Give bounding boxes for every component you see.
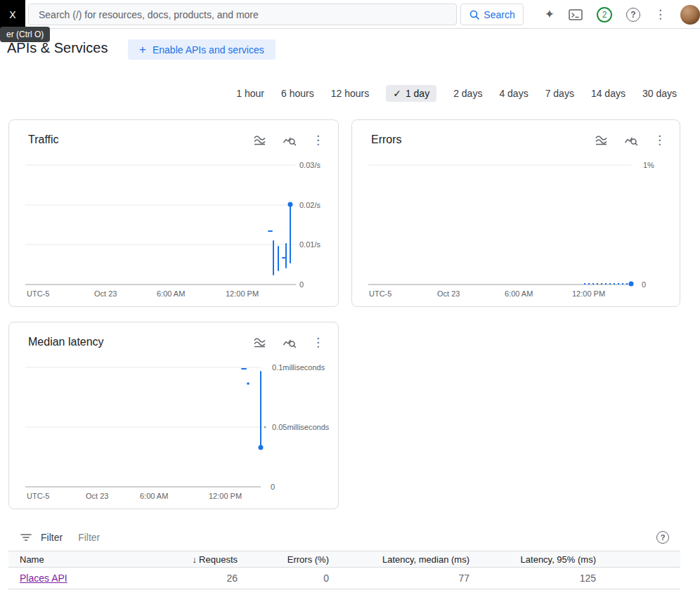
latency-95-value: 125 xyxy=(475,573,602,584)
time-range-selector: 1 hour 6 hours 12 hours ✓ 1 day 2 days 4… xyxy=(236,85,677,102)
plus-icon: + xyxy=(139,43,146,57)
filter-bar: Filter ? xyxy=(8,524,680,551)
errors-chart xyxy=(352,120,680,306)
search-button-label: Search xyxy=(484,9,514,20)
x-axis-label: Oct 23 xyxy=(437,289,460,298)
median-latency-card: Median latency ⋮ 0.1millis xyxy=(8,322,339,509)
requests-value: 26 xyxy=(159,573,243,584)
time-range-2-days[interactable]: 2 days xyxy=(453,88,482,99)
y-axis-label: 0.03/s xyxy=(299,161,320,169)
traffic-chart xyxy=(9,120,338,306)
column-header-latency-median[interactable]: Latency, median (ms) xyxy=(335,554,475,565)
search-button[interactable]: Search xyxy=(460,4,524,25)
column-header-errors[interactable]: Errors (%) xyxy=(243,554,335,565)
x-axis-label: 6:00 AM xyxy=(505,289,533,298)
enable-apis-button[interactable]: + Enable APIs and services xyxy=(128,39,276,60)
column-header-latency-95[interactable]: Latency, 95% (ms) xyxy=(475,554,602,565)
x-axis-label: 12:00 PM xyxy=(209,492,242,500)
x-axis-label: 12:00 PM xyxy=(226,289,259,298)
search-icon xyxy=(469,9,480,20)
page-title: APIs & Services xyxy=(7,40,108,56)
y-axis-label: 0.02/s xyxy=(299,201,320,209)
time-range-14-days[interactable]: 14 days xyxy=(591,88,626,99)
x-axis-label: UTC-5 xyxy=(369,289,391,298)
time-range-30-days[interactable]: 30 days xyxy=(642,88,677,99)
keyboard-shortcut-tooltip: er (Ctrl O) xyxy=(0,27,50,42)
x-axis-label: UTC-5 xyxy=(27,492,49,500)
x-axis-label: Oct 23 xyxy=(94,289,117,298)
help-icon[interactable]: ? xyxy=(626,8,640,22)
latency-chart xyxy=(9,322,338,509)
places-api-link[interactable]: Places API xyxy=(20,573,67,584)
filter-list-icon[interactable] xyxy=(20,532,32,543)
traffic-card: Traffic ⋮ xyxy=(8,119,339,307)
close-box[interactable]: X xyxy=(0,0,25,29)
filter-input[interactable] xyxy=(77,531,648,544)
time-range-12-hours[interactable]: 12 hours xyxy=(331,88,369,99)
notifications-badge[interactable]: 2 xyxy=(597,7,612,22)
time-range-1-day-label: 1 day xyxy=(406,88,429,99)
top-bar-actions: ✦ 2 ? ⋮ xyxy=(545,0,700,29)
time-range-1-hour[interactable]: 1 hour xyxy=(236,88,264,99)
y-axis-label: 0 xyxy=(642,280,646,289)
avatar[interactable] xyxy=(680,5,700,25)
errors-value: 0 xyxy=(243,573,335,584)
table-header-row: Name ↓Requests Errors (%) Latency, media… xyxy=(8,551,680,568)
gemini-sparkle-icon[interactable]: ✦ xyxy=(545,7,555,22)
y-axis-label: 0.05milliseconds xyxy=(272,423,329,431)
latency-median-value: 77 xyxy=(335,573,475,584)
column-header-requests[interactable]: ↓Requests xyxy=(159,554,243,565)
y-axis-label: 0 xyxy=(299,280,304,289)
time-range-7-days[interactable]: 7 days xyxy=(545,88,574,99)
time-range-4-days[interactable]: 4 days xyxy=(499,88,528,99)
x-axis-label: 6:00 AM xyxy=(140,492,168,500)
apis-table-section: Filter ? Name ↓Requests Errors (%) Laten… xyxy=(8,524,680,589)
y-axis-label: 0.01/s xyxy=(299,240,320,249)
y-axis-label: 0 xyxy=(271,483,275,491)
column-header-name[interactable]: Name xyxy=(8,554,159,565)
y-axis-label: 1% xyxy=(643,161,654,169)
y-axis-label: 0.1milliseconds xyxy=(272,363,325,372)
search-input[interactable] xyxy=(28,4,457,25)
more-options-icon[interactable]: ⋮ xyxy=(654,7,666,22)
check-icon: ✓ xyxy=(393,88,401,99)
top-bar: X Search ✦ 2 ? ⋮ xyxy=(0,0,700,29)
x-axis-label: UTC-5 xyxy=(27,289,49,298)
time-range-1-day[interactable]: ✓ 1 day xyxy=(386,85,436,102)
x-axis-label: 6:00 AM xyxy=(157,289,185,298)
close-icon: X xyxy=(9,9,15,20)
time-range-6-hours[interactable]: 6 hours xyxy=(281,88,314,99)
table-help-icon[interactable]: ? xyxy=(656,531,669,544)
errors-card: Errors ⋮ 1% 0 UTC-5 Oct 23 6:00 AM 12:00… xyxy=(351,119,680,307)
table-row: Places API 26 0 77 125 xyxy=(8,568,680,589)
filter-label: Filter xyxy=(41,532,63,543)
enable-apis-label: Enable APIs and services xyxy=(153,44,264,55)
cloud-shell-icon[interactable] xyxy=(569,8,583,21)
requests-header-label: Requests xyxy=(199,554,238,565)
sort-descending-icon: ↓ xyxy=(193,554,197,565)
x-axis-label: 12:00 PM xyxy=(572,289,605,298)
x-axis-label: Oct 23 xyxy=(86,492,108,500)
